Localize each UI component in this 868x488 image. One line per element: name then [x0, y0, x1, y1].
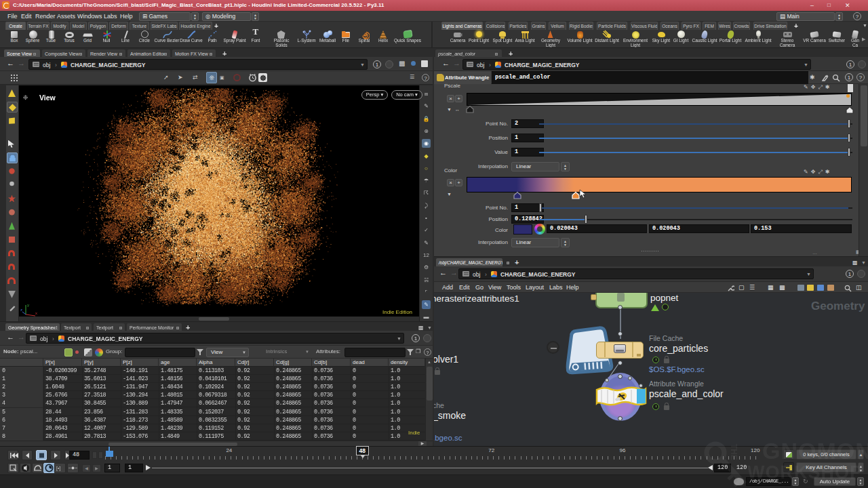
svg-text:x: x — [35, 311, 37, 315]
svg-text:[•]: [•] — [56, 466, 60, 471]
svg-text:z: z — [20, 308, 22, 312]
svg-text:y: y — [27, 303, 29, 307]
